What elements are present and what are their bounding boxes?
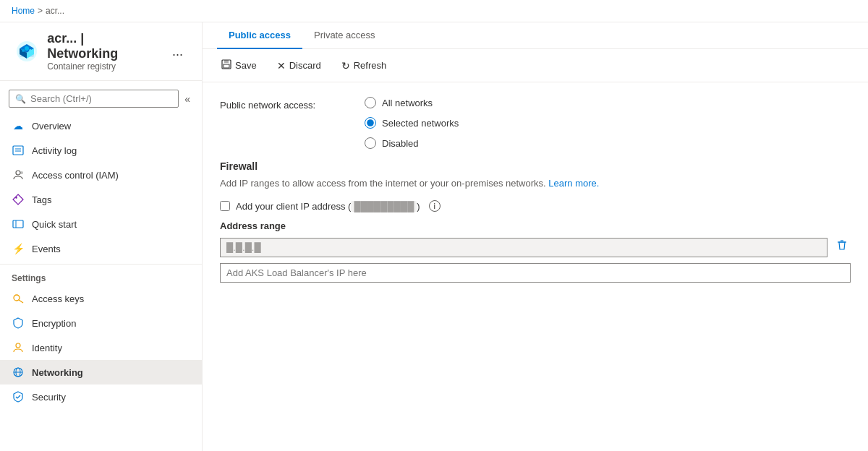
sidebar-item-overview[interactable]: ☁ Overview — [0, 113, 202, 138]
security-icon — [12, 390, 25, 403]
learn-more-link[interactable]: Learn more. — [548, 178, 599, 189]
refresh-icon: ↻ — [341, 60, 350, 72]
container-registry-svg — [15, 40, 38, 63]
svg-rect-11 — [13, 220, 23, 228]
radio-all-networks-label: All networks — [382, 98, 433, 108]
radio-disabled[interactable]: Disabled — [365, 137, 459, 149]
activity-log-icon — [12, 144, 25, 157]
client-ip-checkbox-row: Add your client IP address (█████████) i — [220, 200, 851, 212]
tab-private-access[interactable]: Private access — [302, 22, 387, 49]
more-options-button[interactable]: ... — [168, 44, 187, 59]
network-access-label: Public network access: — [220, 97, 350, 111]
breadcrumb: Home > acr... — [0, 0, 868, 22]
radio-all-networks-input[interactable] — [365, 97, 376, 108]
svg-point-9 — [20, 171, 23, 174]
firewall-section: Firewall Add IP ranges to allow access f… — [220, 160, 851, 283]
sidebar-item-access-keys[interactable]: Access keys — [0, 286, 202, 311]
svg-line-14 — [19, 300, 23, 303]
sidebar-item-tags[interactable]: Tags — [0, 187, 202, 212]
discard-button[interactable]: ✕ Discard — [273, 57, 326, 74]
svg-point-4 — [29, 49, 32, 52]
overview-icon: ☁ — [12, 119, 25, 132]
address-range-label: Address range — [220, 220, 851, 231]
network-access-options: All networks Selected networks Disabled — [365, 97, 459, 149]
svg-point-13 — [14, 295, 20, 301]
form-area: Public network access: All networks Sele… — [203, 82, 868, 303]
sidebar-label-security: Security — [32, 392, 66, 403]
sidebar-item-activity-log[interactable]: Activity log — [0, 138, 202, 163]
svg-rect-20 — [224, 60, 229, 63]
sidebar-label-access-keys: Access keys — [32, 293, 84, 304]
save-icon — [221, 59, 231, 72]
tags-icon — [12, 193, 25, 206]
identity-icon — [12, 341, 25, 354]
svg-point-10 — [15, 197, 17, 198]
placeholder-input-row — [220, 263, 851, 283]
sidebar-search-container: 🔍 « — [0, 81, 202, 113]
collapse-sidebar-button[interactable]: « — [182, 93, 193, 105]
svg-rect-21 — [224, 64, 229, 68]
sidebar-label-quick-start: Quick start — [32, 219, 77, 230]
breadcrumb-separator: > — [38, 6, 43, 16]
delete-address-button[interactable] — [833, 237, 851, 257]
resource-icon — [14, 38, 38, 64]
networking-icon — [12, 366, 25, 379]
sidebar-item-quick-start[interactable]: Quick start — [0, 212, 202, 236]
radio-selected-networks[interactable]: Selected networks — [365, 117, 459, 129]
encryption-icon — [12, 317, 25, 330]
settings-section-label: Settings — [0, 264, 202, 286]
sidebar-label-activity-log: Activity log — [32, 145, 77, 156]
sidebar-label-iam: Access control (IAM) — [32, 170, 119, 181]
radio-all-networks[interactable]: All networks — [365, 97, 459, 108]
resource-header: acr... | Networking Container registry .… — [0, 22, 202, 81]
radio-disabled-label: Disabled — [382, 138, 419, 149]
sidebar-label-overview: Overview — [32, 121, 71, 132]
main-content: Public access Private access Save ✕ Disc… — [203, 22, 868, 451]
quickstart-icon — [12, 218, 25, 231]
sidebar-item-networking[interactable]: Networking — [0, 360, 202, 385]
client-ip-checkbox[interactable] — [220, 201, 230, 211]
svg-point-15 — [16, 343, 20, 348]
sidebar-label-events: Events — [32, 244, 61, 254]
resource-subtitle: Container registry — [47, 61, 150, 72]
aks-ip-input[interactable] — [220, 263, 851, 283]
breadcrumb-home[interactable]: Home — [12, 6, 35, 16]
client-ip-label: Add your client IP address (█████████) — [236, 201, 420, 212]
breadcrumb-resource: acr... — [46, 6, 64, 16]
discard-icon: ✕ — [277, 60, 286, 72]
refresh-button[interactable]: ↻ Refresh — [337, 57, 391, 74]
refresh-label: Refresh — [354, 60, 387, 71]
sidebar-item-encryption[interactable]: Encryption — [0, 311, 202, 335]
tab-bar: Public access Private access — [203, 22, 868, 49]
search-icon: 🔍 — [15, 94, 26, 104]
sidebar-label-tags: Tags — [32, 194, 51, 205]
info-icon[interactable]: i — [429, 200, 441, 212]
access-keys-icon — [12, 292, 25, 305]
address-input-row — [220, 237, 851, 257]
client-ip-value: █████████ — [351, 201, 417, 212]
sidebar-item-access-control[interactable]: Access control (IAM) — [0, 163, 202, 187]
sidebar-item-events[interactable]: ⚡ Events — [0, 236, 202, 261]
sidebar-item-identity[interactable]: Identity — [0, 335, 202, 360]
address-range-input[interactable] — [220, 238, 827, 257]
sidebar-nav: ☁ Overview Activity log Access control (… — [0, 113, 202, 451]
search-input[interactable] — [30, 93, 172, 104]
delete-icon — [836, 240, 848, 252]
sidebar: acr... | Networking Container registry .… — [0, 22, 203, 451]
tab-public-access[interactable]: Public access — [217, 22, 302, 49]
resource-title: acr... | Networking Container registry — [47, 31, 150, 72]
iam-icon — [12, 168, 25, 181]
discard-label: Discard — [289, 60, 321, 71]
svg-rect-5 — [13, 146, 23, 155]
network-access-row: Public network access: All networks Sele… — [220, 97, 851, 149]
sidebar-label-networking: Networking — [32, 367, 83, 378]
radio-selected-networks-input[interactable] — [365, 117, 376, 129]
save-button[interactable]: Save — [217, 56, 261, 74]
sidebar-label-encryption: Encryption — [32, 318, 76, 329]
radio-disabled-input[interactable] — [365, 137, 376, 149]
resource-name: acr... | Networking — [47, 31, 150, 61]
radio-selected-networks-label: Selected networks — [382, 118, 459, 129]
toolbar: Save ✕ Discard ↻ Refresh — [203, 49, 868, 82]
events-icon: ⚡ — [12, 242, 25, 255]
sidebar-item-security[interactable]: Security — [0, 385, 202, 409]
